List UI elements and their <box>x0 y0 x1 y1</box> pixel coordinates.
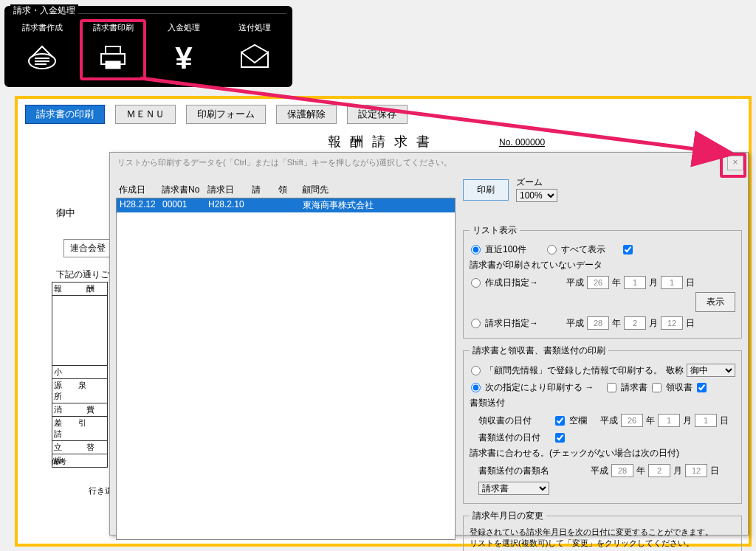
side-note: 下記の通りご <box>56 268 109 281</box>
created-month[interactable]: 1 <box>624 276 646 289</box>
invoice-print-window: 請求書の印刷 ＭＥＮＵ 印刷フォーム 保護解除 設定保存 報酬請求書 No. 0… <box>15 96 752 547</box>
tb-send[interactable]: 送付処理 <box>224 22 285 77</box>
check-receipt[interactable] <box>652 383 662 392</box>
print-dialog: リストから印刷するデータを(「Ctrl」または「Shift」キーを押しながら)選… <box>109 152 749 536</box>
dialog-instruction: リストから印刷するデータを(「Ctrl」または「Shift」キーを押しながら)選… <box>110 153 748 173</box>
envelope-icon <box>224 36 285 77</box>
zoom-label: ズーム <box>516 177 543 187</box>
check-blank[interactable] <box>555 416 565 426</box>
radio-by-created[interactable] <box>471 278 481 288</box>
change-date-group: 請求年月日の変更 登録されている請求年月日を次の日付に変更することができます。 … <box>463 510 742 551</box>
radio-recent100[interactable] <box>471 245 481 254</box>
honorific-select[interactable]: 御中 <box>687 364 735 377</box>
radio-use-client-info[interactable] <box>471 366 481 375</box>
list-body[interactable]: H28.2.12 00001 H28.2.10 東海商事株式会社 <box>116 198 456 540</box>
save-settings-button[interactable]: 設定保存 <box>347 105 408 124</box>
tb-payment[interactable]: 入金処理 ¥ <box>154 22 214 77</box>
toolbar-group-title: 請求・入金処理 <box>10 4 78 17</box>
check-unprinted[interactable] <box>623 245 633 254</box>
billing-toolbar: 請求・入金処理 請求書作成 請求書印刷 入金処理 ¥ 送付処理 <box>4 6 292 87</box>
billed-day[interactable]: 12 <box>661 316 683 330</box>
billed-month[interactable]: 2 <box>624 316 646 330</box>
document-number: No. 000000 <box>499 137 545 148</box>
invoice-create-icon <box>12 36 72 77</box>
yen-icon: ¥ <box>154 36 214 77</box>
document-title: 報酬請求書 <box>18 133 749 150</box>
tb-create-invoice[interactable]: 請求書作成 <box>12 22 72 77</box>
docsend-type-select[interactable]: 請求書 <box>478 482 549 495</box>
list-display-group: リスト表示 直近100件 すべて表示 請求書が印刷されていないデータ 作成日指定… <box>463 224 742 339</box>
rengou-box: 連合会登 <box>63 239 112 257</box>
onchu-label: 御中 <box>56 207 75 220</box>
svg-rect-3 <box>106 61 120 69</box>
svg-rect-2 <box>106 46 120 54</box>
right-controls-pane: 印刷 ズーム 100% リスト表示 直近100件 すべて表示 請求書が印刷されて… <box>463 179 742 529</box>
print-options-group: 請求書と領収書、書類送付の印刷 「顧問先情報」で登録した情報で印刷する。 敬称 … <box>463 344 742 504</box>
created-year[interactable]: 26 <box>587 276 609 289</box>
created-day[interactable]: 1 <box>661 276 683 289</box>
radio-by-billed[interactable] <box>471 319 481 328</box>
list-header: 作成日 請求書No 請求日 請 領 顧問先 <box>116 182 456 198</box>
unprotect-button[interactable]: 保護解除 <box>276 105 337 124</box>
bikou-label: 備考 <box>52 457 66 467</box>
radio-use-following[interactable] <box>471 383 481 392</box>
top-button-bar: 請求書の印刷 ＭＥＮＵ 印刷フォーム 保護解除 設定保存 <box>18 99 749 130</box>
zoom-select[interactable]: 100% <box>516 189 557 202</box>
billed-year[interactable]: 28 <box>587 316 609 330</box>
data-list-pane: 作成日 請求書No 請求日 請 領 顧問先 H28.2.12 00001 H28… <box>116 182 456 529</box>
menu-button[interactable]: ＭＥＮＵ <box>115 105 176 124</box>
check-invoice[interactable] <box>607 383 616 392</box>
check-docsend[interactable] <box>697 383 707 392</box>
printer-icon <box>83 36 143 77</box>
print-button[interactable]: 印刷 <box>463 179 509 201</box>
show-button[interactable]: 表示 <box>695 292 735 312</box>
check-match-invoice[interactable] <box>555 433 565 443</box>
fee-table: 報 酬 小 源 泉 所 消 費 差 引 請 立 替 繰 <box>52 282 108 468</box>
list-row[interactable]: H28.2.12 00001 H28.2.10 東海商事株式会社 <box>117 198 455 212</box>
print-form-button[interactable]: 印刷フォーム <box>186 105 266 124</box>
svg-text:¥: ¥ <box>175 41 193 73</box>
print-invoice-button[interactable]: 請求書の印刷 <box>25 105 105 124</box>
radio-all[interactable] <box>547 245 557 254</box>
tb-print-invoice[interactable]: 請求書印刷 <box>80 19 146 80</box>
